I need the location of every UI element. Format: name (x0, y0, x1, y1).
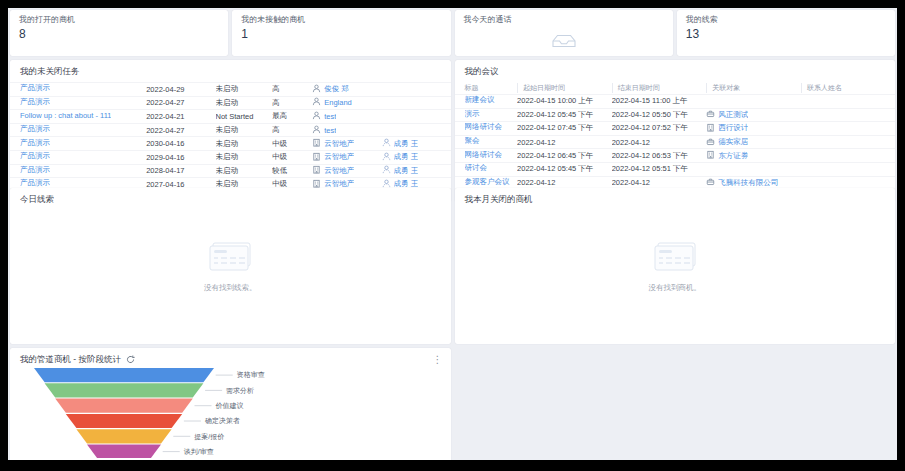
task-subject-link[interactable]: Follow up : chat about - 111 (20, 111, 111, 120)
meeting-end: 2022-04-12 07:52 下午 (612, 123, 707, 133)
task-row[interactable]: 产品演示 2030-04-16 未启动 中级 云智地产 成勇 王 (10, 136, 451, 150)
task-subject-link[interactable]: 产品演示 (20, 151, 50, 161)
kpi-value: 1 (241, 27, 441, 41)
task-due-date: 2028-04-17 (146, 166, 215, 175)
meeting-end: 2022-04-12 05:51 下午 (612, 164, 707, 174)
task-row[interactable]: 产品演示 2028-04-17 未启动 较低 云智地产 成勇 王 (10, 164, 451, 178)
kpi-card-leads[interactable]: 我的线索 13 (677, 10, 895, 56)
meeting-title-link[interactable]: 研讨会 (465, 163, 488, 173)
lead-icon (312, 84, 321, 93)
funnel-stage-label: 谈判/审查 (184, 448, 214, 456)
task-contact-link[interactable]: 成勇 王 (394, 139, 419, 149)
task-subject-link[interactable]: 产品演示 (20, 124, 50, 134)
deal-icon (706, 177, 715, 186)
task-row[interactable]: 产品演示 2022-04-29 未启动 高 俊俊 郑 (10, 82, 451, 96)
meeting-related-link[interactable]: 飞腾科技有限公司 (718, 178, 778, 188)
meeting-row[interactable]: 新建会议 2022-04-15 10:00 上午 2022-04-15 11:0… (455, 94, 896, 108)
funnel-stage-label: 需求分析 (226, 387, 254, 394)
meeting-row[interactable]: 网络研讨会 2022-04-12 06:45 下午 2022-04-12 06:… (455, 148, 896, 162)
task-row[interactable]: 产品演示 2029-04-16 未启动 中级 云智地产 成勇 王 (10, 150, 451, 164)
funnel-stage-4[interactable] (66, 414, 182, 428)
open-tasks-table: 产品演示 2022-04-29 未启动 高 俊俊 郑 产品演示 2022-04-… (10, 82, 451, 191)
today-leads-empty-state: 没有找到线索。 (10, 241, 451, 293)
col-contact: 联系人姓名 (801, 83, 885, 93)
task-due-date: 2029-04-16 (146, 153, 215, 162)
task-related-link[interactable]: 云智地产 (324, 152, 354, 162)
account-icon (312, 179, 321, 188)
meeting-related-link[interactable]: 西行设计 (718, 123, 748, 133)
lead-icon (312, 97, 321, 106)
funnel-stage-2[interactable] (45, 383, 204, 397)
funnel-stage-6[interactable] (87, 445, 161, 459)
funnel-stage-label: 确定决策者 (204, 417, 240, 425)
kpi-title: 我今天的通话 (464, 15, 664, 25)
task-status: Not Started (216, 112, 273, 121)
meeting-row[interactable]: 研讨会 2022-04-12 05:45 下午 2022-04-12 05:51… (455, 162, 896, 176)
task-related-link[interactable]: 云智地产 (324, 139, 354, 149)
kpi-card-open-deals[interactable]: 我的打开的商机 8 (10, 10, 228, 56)
meeting-end: 2022-04-15 11:00 上午 (612, 96, 707, 106)
open-tasks-card: 我的未关闭任务 产品演示 2022-04-29 未启动 高 俊俊 郑 产品演示 … (10, 60, 451, 202)
task-subject-link[interactable]: 产品演示 (20, 97, 50, 107)
empty-states-row: 今日线索 没有找到线索。 我本月关闭的商机 没有找到商机。 (10, 188, 895, 344)
task-subject-link[interactable]: 产品演示 (20, 83, 50, 93)
kpi-empty-state (464, 25, 664, 61)
task-priority: 最高 (272, 111, 312, 121)
meeting-title-link[interactable]: 参观客户会议 (465, 177, 510, 187)
meeting-related-link[interactable]: 风正测试 (718, 110, 748, 120)
meeting-title-link[interactable]: 聚会 (465, 136, 480, 146)
task-status: 未启动 (216, 125, 273, 135)
meeting-title-link[interactable]: 演示 (465, 109, 480, 119)
meeting-end: 2022-04-12 (612, 138, 707, 147)
task-priority: 高 (272, 98, 312, 108)
funnel-title: 我的管道商机 - 按阶段统计 (20, 354, 121, 366)
funnel-stage-5[interactable] (76, 429, 171, 443)
task-row[interactable]: 产品演示 2022-04-27 未启动 高 test (10, 123, 451, 137)
meeting-related-link[interactable]: 东方证券 (718, 151, 748, 161)
lead-icon (312, 125, 321, 134)
today-leads-empty-text: 没有找到线索。 (204, 283, 257, 293)
meeting-title-link[interactable]: 网络研讨会 (465, 150, 503, 160)
kpi-title: 我的未接触的商机 (241, 15, 441, 25)
funnel-stage-label: 提案/报价 (194, 432, 224, 441)
task-subject-link[interactable]: 产品演示 (20, 178, 50, 188)
card-menu-icon[interactable]: ⋮ (433, 354, 443, 365)
open-tasks-title: 我的未关闭任务 (10, 60, 451, 82)
task-contact-link[interactable]: 成勇 王 (394, 152, 419, 162)
funnel-stage-label: 价值建议 (215, 402, 244, 410)
kpi-title: 我的线索 (686, 15, 886, 25)
funnel-stage-1[interactable] (34, 368, 214, 382)
task-subject-link[interactable]: 产品演示 (20, 165, 50, 175)
meeting-related-link[interactable]: 德实家居 (718, 137, 748, 147)
meeting-title-link[interactable]: 网络研讨会 (465, 122, 503, 132)
task-due-date: 2022-04-27 (146, 98, 215, 107)
meetings-card: 我的会议 标题 起始日期时间 结束日期时间 关联对象 联系人姓名 新建会议 20… (455, 60, 896, 202)
task-priority: 高 (272, 84, 312, 94)
pipeline-funnel-card: 我的管道商机 - 按阶段统计 ⋮ 资格审查需求分析价值建议确定决策者提案/报价谈… (10, 348, 451, 460)
task-related-link[interactable]: test (324, 126, 336, 135)
refresh-icon[interactable] (126, 355, 135, 366)
meeting-title-link[interactable]: 新建会议 (465, 95, 495, 105)
task-row[interactable]: 产品演示 2022-04-27 未启动 高 England (10, 96, 451, 110)
account-icon (706, 150, 715, 159)
meeting-start: 2022-04-12 06:45 下午 (517, 151, 612, 161)
task-related-link[interactable]: test (324, 112, 336, 121)
task-contact-link[interactable]: 成勇 王 (394, 166, 419, 176)
meeting-row[interactable]: 网络研讨会 2022-04-12 07:45 下午 2022-04-12 07:… (455, 121, 896, 135)
meetings-table-header: 标题 起始日期时间 结束日期时间 关联对象 联系人姓名 (455, 82, 896, 94)
meeting-row[interactable]: 聚会 2022-04-12 2022-04-12 德实家居 (455, 135, 896, 149)
task-priority: 中级 (272, 152, 312, 162)
kpi-card-untouched-deals[interactable]: 我的未接触的商机 1 (232, 10, 450, 56)
inbox-tray-icon (551, 33, 577, 49)
task-related-link[interactable]: 俊俊 郑 (324, 84, 349, 94)
task-related-link[interactable]: England (324, 98, 352, 107)
task-subject-link[interactable]: 产品演示 (20, 138, 50, 148)
task-status: 未启动 (216, 84, 273, 94)
funnel-stage-label: 资格审查 (237, 371, 265, 379)
task-related-link[interactable]: 云智地产 (324, 166, 354, 176)
funnel-stage-3[interactable] (55, 399, 193, 413)
kpi-card-calls-today[interactable]: 我今天的通话 (455, 10, 673, 56)
meeting-row[interactable]: 演示 2022-04-12 05:45 下午 2022-04-12 05:50 … (455, 108, 896, 122)
task-row[interactable]: Follow up : chat about - 111 2022-04-21 … (10, 109, 451, 123)
funnel-header: 我的管道商机 - 按阶段统计 ⋮ (10, 348, 451, 368)
